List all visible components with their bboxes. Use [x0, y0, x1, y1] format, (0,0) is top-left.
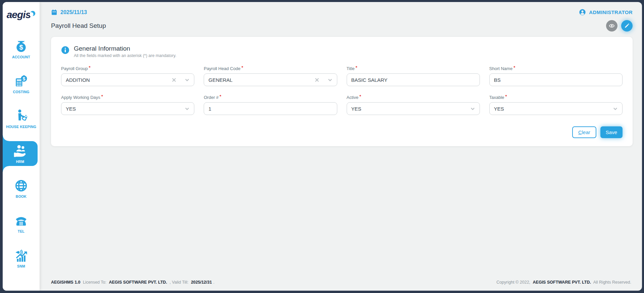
payroll-group-select[interactable]: ADDITION — [61, 73, 194, 86]
footer-licensed-label: Licensed To: — [83, 280, 106, 285]
sidebar: aegis $ ACCOUNT — [3, 2, 40, 291]
footer-copyright: Copyright © 2022, AEGIS SOFTWARE PVT. LT… — [496, 280, 633, 285]
footer-product: AEGISHMS 1.0 — [51, 280, 81, 285]
required-asterisk: * — [513, 65, 515, 70]
sidebar-item-label: TEL — [17, 230, 25, 233]
info-icon — [61, 46, 69, 54]
footer: AEGISHMS 1.0 Licensed To: AEGIS SOFTWARE… — [51, 276, 633, 288]
field-label: Active — [347, 95, 358, 100]
field-order-number: Order #* — [204, 95, 337, 115]
title-input-wrap — [347, 73, 480, 86]
card-title: General Information — [74, 45, 176, 52]
svg-text:$: $ — [22, 76, 25, 81]
field-payroll-head-code: Payroll Head Code* GENERAL — [204, 66, 337, 86]
field-label: Payroll Head Code — [204, 66, 240, 71]
field-active: Active* YES — [347, 95, 480, 115]
footer-valid-till-date: 2025/12/31 — [191, 280, 212, 285]
megaphone-chart-icon — [14, 248, 28, 262]
title-bar: Payroll Head Setup — [51, 20, 633, 32]
sidebar-item-snm[interactable]: SNM — [3, 241, 40, 276]
chevron-down-icon[interactable] — [470, 106, 475, 111]
payroll-head-code-select[interactable]: GENERAL — [204, 73, 337, 86]
short-name-input-wrap — [489, 73, 623, 86]
sidebar-item-house-keeping[interactable]: HOUSE KEEPING — [3, 101, 40, 136]
clear-value-icon[interactable] — [171, 77, 177, 82]
topbar: 2025/11/13 ADMINISTRATOR — [51, 9, 633, 16]
calculator-money-icon: $ — [14, 74, 28, 88]
active-select[interactable]: YES — [347, 102, 480, 115]
selected-value: ADDITION — [66, 77, 171, 83]
copyright-company: AEGIS SOFTWARE PVT. LTD. — [533, 280, 591, 285]
sidebar-item-label: HRM — [15, 160, 25, 164]
footer-valid-till-label: , Valid Till: — [169, 280, 188, 285]
required-asterisk: * — [241, 65, 243, 70]
sidebar-item-label: BOOK — [15, 195, 27, 198]
view-button[interactable] — [606, 20, 617, 32]
field-label: Payroll Group — [61, 66, 88, 71]
sidebar-item-account[interactable]: $ ACCOUNT — [3, 32, 40, 66]
eye-icon — [608, 22, 615, 29]
footer-license: AEGISHMS 1.0 Licensed To: AEGIS SOFTWARE… — [51, 280, 216, 285]
page-actions — [606, 20, 633, 32]
sidebar-item-label: COSTING — [12, 90, 30, 94]
order-number-input[interactable] — [208, 106, 332, 112]
page-title: Payroll Head Setup — [51, 22, 106, 30]
sidebar-item-hrm[interactable]: HRM — [3, 141, 38, 166]
field-payroll-group: Payroll Group* ADDITION — [61, 66, 194, 86]
footer-company: AEGIS SOFTWARE PVT. LTD. — [109, 280, 167, 285]
save-button[interactable]: Save — [600, 126, 623, 138]
field-taxable: Taxable* YES — [489, 95, 623, 115]
user-menu[interactable]: ADMINISTRATOR — [579, 9, 633, 16]
svg-text:$: $ — [19, 44, 23, 51]
chevron-down-icon[interactable] — [328, 77, 333, 82]
logo-text: aegis — [7, 10, 31, 20]
telephone-icon — [14, 214, 28, 228]
chevron-down-icon[interactable] — [185, 77, 190, 82]
globe-icon — [14, 179, 28, 193]
short-name-input[interactable] — [494, 77, 618, 83]
field-label: Title — [347, 66, 355, 71]
card-subtitle: All the fields marked with an asterisk (… — [74, 53, 176, 58]
taxable-select[interactable]: YES — [489, 102, 623, 115]
required-asterisk: * — [359, 94, 361, 99]
field-label: Apply Working Days — [61, 95, 100, 100]
sidebar-item-costing[interactable]: $ COSTING — [3, 66, 40, 101]
user-icon — [579, 9, 586, 16]
general-information-card: General Information All the fields marke… — [51, 37, 633, 146]
clear-value-icon[interactable] — [314, 77, 319, 82]
required-asterisk: * — [219, 94, 221, 99]
pencil-icon — [624, 23, 630, 29]
field-apply-working-days: Apply Working Days* YES — [61, 95, 194, 115]
apply-working-days-select[interactable]: YES — [61, 102, 194, 115]
clear-button[interactable]: Clear — [572, 126, 596, 138]
edit-button[interactable] — [621, 20, 633, 32]
selected-value: YES — [494, 106, 613, 112]
field-label: Taxable — [489, 95, 504, 100]
required-asterisk: * — [505, 94, 507, 99]
field-label: Short Name — [489, 66, 512, 71]
title-input[interactable] — [351, 77, 475, 83]
sidebar-item-label: ACCOUNT — [11, 55, 31, 59]
selected-value: YES — [66, 106, 185, 112]
logo-swoosh-icon — [30, 10, 36, 17]
money-bag-icon: $ — [14, 39, 28, 53]
sidebar-nav: $ ACCOUNT $ — [3, 32, 40, 276]
order-number-input-wrap — [204, 102, 337, 115]
sidebar-item-label: HOUSE KEEPING — [5, 125, 37, 129]
chevron-down-icon[interactable] — [613, 106, 618, 111]
app-window: aegis $ ACCOUNT — [3, 2, 642, 291]
chevron-down-icon[interactable] — [185, 106, 190, 111]
sidebar-item-book[interactable]: BOOK — [3, 171, 40, 206]
sidebar-item-label: SNM — [16, 265, 26, 268]
business-date[interactable]: 2025/11/13 — [51, 9, 87, 15]
required-asterisk: * — [356, 65, 357, 70]
selected-value: YES — [351, 106, 470, 112]
copyright-prefix: Copyright © 2022, — [496, 280, 530, 285]
sidebar-item-tel[interactable]: TEL — [3, 206, 40, 241]
field-short-name: Short Name* — [489, 66, 623, 86]
field-title: Title* — [347, 66, 480, 86]
field-label: Order # — [204, 95, 218, 100]
aegis-logo: aegis — [7, 9, 36, 20]
selected-value: GENERAL — [208, 77, 314, 83]
calendar-icon — [51, 9, 57, 15]
